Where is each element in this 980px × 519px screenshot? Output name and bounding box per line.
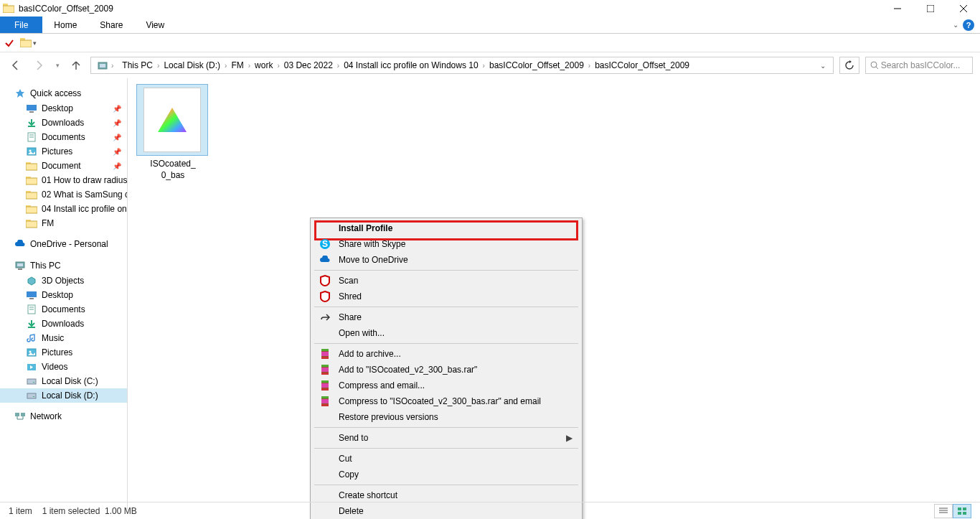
search-icon [870,61,878,70]
recent-dropdown[interactable]: ▾ [53,57,62,74]
context-menu-item[interactable]: Compress and email... [313,378,580,393]
sidebar-item[interactable]: Pictures📌 [0,144,127,159]
rar-icon [319,380,331,391]
context-menu-label: Restore previous versions [339,412,438,422]
sidebar: Quick access Desktop📌Downloads📌Documents… [0,78,128,510]
sidebar-this-pc[interactable]: This PC [0,258,127,273]
sidebar-item[interactable]: Documents📌 [0,130,127,144]
context-menu-item[interactable]: Share [313,309,580,325]
folder-icon [26,218,37,228]
breadcrumb-segment[interactable]: work [252,60,275,70]
svg-rect-47 [15,413,19,416]
breadcrumb-segment[interactable]: 04 Install icc profile on Windows 10 [341,60,481,70]
tab-view[interactable]: View [134,17,176,33]
tab-home[interactable]: Home [42,17,88,33]
qat-folder-icon[interactable]: ▾ [20,38,37,47]
svg-line-5 [960,5,967,12]
context-menu-item[interactable]: Open with... [313,325,580,341]
breadcrumb-root-icon[interactable]: › [94,60,118,70]
sidebar-item[interactable]: Local Disk (C:) [0,374,127,388]
breadcrumb-segment[interactable]: FM [228,60,246,70]
context-menu-item[interactable]: Compress to "ISOcoated_v2_300_bas.rar" a… [313,393,580,409]
context-menu-item[interactable]: Add to "ISOcoated_v2_300_bas.rar" [313,362,580,378]
breadcrumb-segment[interactable]: This PC [119,60,156,70]
svg-point-40 [29,351,32,353]
sidebar-quick-access[interactable]: Quick access [0,85,127,101]
ribbon-collapse-icon[interactable]: ⌄ [953,21,958,29]
tab-file[interactable]: File [0,17,42,33]
pin-icon: 📌 [113,119,121,127]
sidebar-item[interactable]: Documents [0,302,127,317]
view-icons-button[interactable] [953,504,971,518]
context-menu-item[interactable]: Scan [313,273,580,289]
file-item[interactable]: ISOcoated_0_bas [136,84,209,181]
sidebar-onedrive[interactable]: OneDrive - Personal [0,236,127,252]
back-button[interactable] [7,57,24,74]
svg-rect-29 [26,221,37,228]
context-menu-item[interactable]: Install Profile [313,220,580,236]
context-menu-item[interactable]: Create shortcut [313,487,580,503]
chevron-right-icon: › [336,62,341,70]
context-menu-item[interactable]: Shred [313,289,580,304]
breadcrumb-segment[interactable]: Local Disk (D:) [161,60,223,70]
qat-check-icon[interactable] [4,38,14,48]
sidebar-network[interactable]: Network [0,408,127,424]
sidebar-item[interactable]: Local Disk (D:) [0,388,127,403]
context-menu-item[interactable]: Move to OneDrive [313,252,580,268]
share-icon [319,312,331,322]
refresh-button[interactable] [839,57,859,74]
content-pane[interactable]: ISOcoated_0_bas Install ProfileSShare wi… [128,78,980,510]
sidebar-item[interactable]: 3D Objects [0,273,127,288]
breadcrumb[interactable]: › This PC›Local Disk (D:)›FM›work›03 Dec… [90,57,834,74]
maximize-button[interactable] [914,0,947,17]
search-input[interactable] [881,60,968,70]
sidebar-item[interactable]: Downloads [0,317,127,331]
sidebar-item[interactable]: Desktop [0,288,127,302]
sidebar-item[interactable]: FM [0,216,127,230]
sidebar-item[interactable]: Music [0,331,127,345]
folder-icon [3,4,14,13]
context-menu-item[interactable]: Copy [313,467,580,482]
sidebar-item-label: Music [42,333,64,343]
minimize-button[interactable] [881,0,914,17]
sidebar-item[interactable]: 01 How to draw radius [0,173,127,187]
folder-icon [26,161,37,171]
svg-rect-65 [321,388,329,391]
rar-icon [319,364,331,375]
breadcrumb-segment[interactable]: 03 Dec 2022 [281,60,336,70]
view-details-button[interactable] [934,504,953,518]
sidebar-item-label: Document [42,161,81,171]
sidebar-head-label: OneDrive - Personal [30,239,108,249]
svg-line-4 [960,5,967,12]
context-menu-item[interactable]: Send to▶ [313,430,580,446]
context-menu-item[interactable]: SShare with Skype [313,236,580,252]
context-menu-item[interactable]: Cut [313,451,580,467]
sidebar-item[interactable]: Downloads📌 [0,116,127,130]
breadcrumb-dropdown-icon[interactable]: ⌄ [816,62,830,70]
sidebar-item-label: Desktop [42,290,73,300]
svg-rect-61 [321,373,329,375]
sidebar-item[interactable]: Document📌 [0,159,127,173]
videos-icon [26,362,37,372]
sidebar-item[interactable]: 02 What is SamSung c [0,187,127,202]
tab-share[interactable]: Share [88,17,134,33]
help-icon[interactable]: ? [963,19,974,31]
pictures-icon [26,146,37,156]
context-menu-item[interactable]: Add to archive... [313,346,580,362]
skype-icon: S [319,238,331,250]
sidebar-item[interactable]: Videos [0,360,127,374]
breadcrumb-segment[interactable]: basICColor_Offset_2009 [592,60,692,70]
breadcrumb-segment[interactable]: basICColor_Offset_2009 [486,60,587,70]
pictures-icon [26,347,37,357]
close-button[interactable] [947,0,980,17]
up-button[interactable] [67,57,85,74]
sidebar-item[interactable]: Pictures [0,345,127,360]
search-box[interactable] [865,57,973,74]
sidebar-item[interactable]: 04 Install icc profile on [0,202,127,216]
svg-rect-64 [321,380,329,383]
context-menu-item[interactable]: Restore previous versions [313,409,580,425]
sidebar-item-label: Desktop [42,103,73,113]
svg-rect-69 [321,404,329,406]
forward-button[interactable] [30,57,47,74]
sidebar-item[interactable]: Desktop📌 [0,101,127,116]
